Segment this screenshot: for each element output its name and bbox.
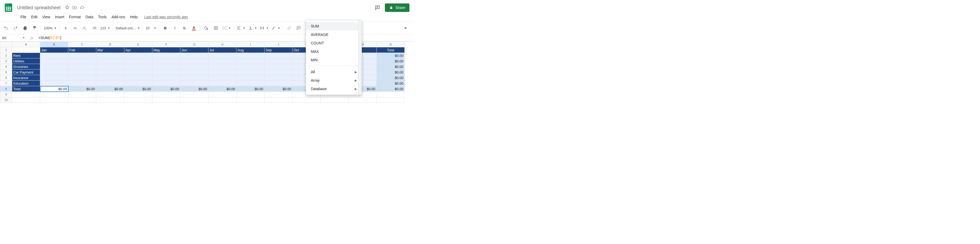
cell[interactable] — [96, 81, 124, 86]
cell[interactable] — [264, 64, 293, 70]
merge-cells-button[interactable]: ▼ — [221, 25, 232, 30]
cell[interactable]: Aug — [237, 48, 264, 53]
cell[interactable]: Insurance — [12, 75, 40, 81]
cell[interactable] — [68, 92, 96, 97]
font-size-select[interactable]: 10▼ — [145, 26, 158, 30]
cell[interactable] — [180, 64, 208, 70]
cell[interactable] — [264, 59, 293, 64]
cell[interactable] — [264, 53, 293, 59]
menu-file[interactable]: File — [19, 14, 28, 20]
menu-view[interactable]: View — [40, 14, 52, 20]
italic-button[interactable]: I — [170, 25, 179, 32]
cell[interactable] — [40, 59, 68, 64]
cell[interactable] — [348, 97, 377, 103]
cell[interactable] — [264, 70, 293, 75]
horizontal-align-button[interactable]: ▼ — [235, 25, 247, 30]
cell[interactable] — [293, 97, 321, 103]
move-icon[interactable] — [72, 5, 77, 11]
cell[interactable] — [124, 70, 152, 75]
insert-link-button[interactable] — [285, 25, 294, 32]
cell[interactable]: $0.00 — [96, 86, 124, 92]
column-header[interactable]: I — [237, 41, 264, 48]
menu-add-ons[interactable]: Add-ons — [110, 14, 127, 20]
star-icon[interactable] — [65, 5, 70, 11]
cell[interactable] — [264, 81, 293, 86]
cell[interactable] — [68, 64, 96, 70]
cell[interactable] — [180, 75, 208, 81]
cell[interactable] — [152, 70, 180, 75]
menu-tools[interactable]: Tools — [96, 14, 109, 20]
sheets-logo[interactable] — [3, 2, 14, 13]
row-header[interactable]: 10 — [0, 97, 12, 103]
column-header[interactable]: N — [377, 41, 405, 48]
cell[interactable] — [237, 97, 264, 103]
cell[interactable]: $0.00 — [180, 86, 208, 92]
column-header[interactable]: G — [180, 41, 208, 48]
cell[interactable] — [152, 64, 180, 70]
share-button[interactable]: Share — [385, 3, 409, 12]
menu-insert[interactable]: Insert — [53, 14, 66, 20]
cell[interactable] — [152, 97, 180, 103]
cell[interactable] — [237, 70, 264, 75]
cell[interactable] — [40, 97, 68, 103]
menu-help[interactable]: Help — [128, 14, 140, 20]
cell[interactable] — [40, 75, 68, 81]
cell[interactable] — [68, 81, 96, 86]
select-all-corner[interactable] — [0, 41, 12, 48]
cell[interactable] — [68, 70, 96, 75]
cell[interactable] — [152, 81, 180, 86]
cell[interactable]: Sep — [264, 48, 293, 53]
cell[interactable] — [208, 59, 237, 64]
menu-scrollbar[interactable] — [358, 21, 361, 95]
cell[interactable]: Jan — [40, 48, 68, 53]
comments-button[interactable] — [374, 4, 381, 11]
cell[interactable]: Utilities — [12, 59, 40, 64]
text-rotation-button[interactable]: ▼ — [270, 25, 282, 30]
cloud-status-icon[interactable] — [80, 5, 84, 11]
cell[interactable]: $0.00 — [377, 81, 405, 86]
cell[interactable] — [96, 92, 124, 97]
menu-format[interactable]: Format — [67, 14, 83, 20]
insert-comment-button[interactable] — [294, 25, 303, 32]
cell[interactable] — [40, 53, 68, 59]
fn-submenu-array[interactable]: Array▶ — [306, 76, 361, 85]
row-header[interactable]: 2 — [0, 53, 12, 59]
column-header[interactable]: D — [96, 41, 124, 48]
cell[interactable] — [180, 97, 208, 103]
cell[interactable]: Total — [12, 86, 40, 92]
cell[interactable] — [68, 97, 96, 103]
column-header[interactable]: E — [124, 41, 152, 48]
cell[interactable] — [208, 97, 237, 103]
cell[interactable] — [40, 70, 68, 75]
cell[interactable] — [180, 81, 208, 86]
bold-button[interactable]: B — [161, 25, 170, 32]
cell[interactable] — [264, 92, 293, 97]
cell[interactable] — [124, 64, 152, 70]
row-header[interactable]: 6 — [0, 75, 12, 81]
toolbar-collapse-button[interactable] — [401, 25, 411, 32]
fn-item-sum[interactable]: SUM — [306, 22, 361, 30]
doc-title[interactable]: Untitled spreadsheet — [15, 5, 62, 11]
cell[interactable] — [152, 92, 180, 97]
cell[interactable] — [124, 81, 152, 86]
cell[interactable] — [12, 92, 40, 97]
cell[interactable] — [96, 64, 124, 70]
name-box[interactable]: B8▼ — [0, 36, 27, 40]
cell[interactable] — [377, 92, 405, 97]
row-header[interactable]: 5 — [0, 70, 12, 75]
cell[interactable]: $0.00 — [68, 86, 96, 92]
cell[interactable]: $0.00 — [377, 75, 405, 81]
row-header[interactable]: 9 — [0, 92, 12, 97]
redo-button[interactable] — [11, 25, 20, 32]
row-header[interactable]: 3 — [0, 59, 12, 64]
cell[interactable] — [237, 92, 264, 97]
fn-item-max[interactable]: MAX — [306, 48, 361, 56]
fn-item-average[interactable]: AVERAGE — [306, 30, 361, 39]
cell[interactable] — [124, 75, 152, 81]
cell[interactable] — [12, 97, 40, 103]
more-formats-select[interactable]: 123▼ — [99, 26, 111, 30]
cell[interactable] — [96, 97, 124, 103]
cell[interactable] — [40, 92, 68, 97]
cell[interactable] — [237, 81, 264, 86]
cell[interactable] — [68, 59, 96, 64]
